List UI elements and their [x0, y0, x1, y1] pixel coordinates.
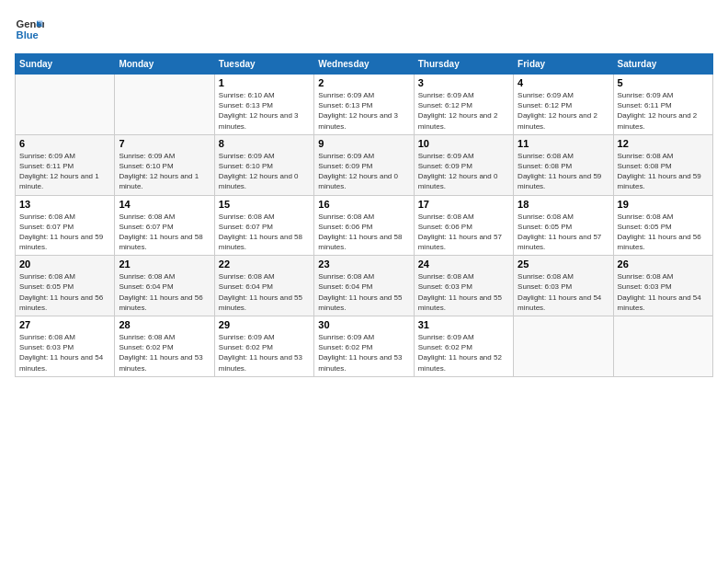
- day-info: Sunrise: 6:08 AM Sunset: 6:07 PM Dayligh…: [119, 212, 210, 253]
- day-info: Sunrise: 6:09 AM Sunset: 6:11 PM Dayligh…: [618, 90, 709, 132]
- calendar-cell: 5Sunrise: 6:09 AM Sunset: 6:11 PM Daylig…: [613, 75, 712, 135]
- calendar-cell: [16, 75, 115, 135]
- day-info: Sunrise: 6:08 AM Sunset: 6:05 PM Dayligh…: [618, 212, 709, 253]
- calendar-header-friday: Friday: [514, 54, 613, 75]
- day-info: Sunrise: 6:09 AM Sunset: 6:10 PM Dayligh…: [119, 151, 210, 192]
- day-info: Sunrise: 6:08 AM Sunset: 6:05 PM Dayligh…: [19, 271, 110, 313]
- calendar-week-row: 27Sunrise: 6:08 AM Sunset: 6:03 PM Dayli…: [16, 316, 713, 377]
- day-info: Sunrise: 6:08 AM Sunset: 6:08 PM Dayligh…: [518, 151, 609, 192]
- day-number: 30: [318, 319, 409, 330]
- calendar-cell: 15Sunrise: 6:08 AM Sunset: 6:07 PM Dayli…: [214, 195, 313, 256]
- day-info: Sunrise: 6:09 AM Sunset: 6:10 PM Dayligh…: [219, 151, 310, 192]
- day-number: 21: [119, 259, 210, 270]
- calendar-cell: 17Sunrise: 6:08 AM Sunset: 6:06 PM Dayli…: [414, 195, 513, 256]
- day-number: 22: [219, 259, 310, 270]
- logo: General Blue: [15, 15, 44, 44]
- day-number: 31: [418, 319, 509, 330]
- day-number: 14: [119, 199, 210, 210]
- calendar-header-thursday: Thursday: [414, 54, 513, 75]
- calendar-header-saturday: Saturday: [613, 54, 712, 75]
- calendar-week-row: 13Sunrise: 6:08 AM Sunset: 6:07 PM Dayli…: [16, 195, 713, 256]
- day-info: Sunrise: 6:08 AM Sunset: 6:03 PM Dayligh…: [618, 271, 709, 313]
- day-info: Sunrise: 6:09 AM Sunset: 6:02 PM Dayligh…: [219, 332, 310, 373]
- calendar-cell: 28Sunrise: 6:08 AM Sunset: 6:02 PM Dayli…: [115, 316, 214, 377]
- day-info: Sunrise: 6:08 AM Sunset: 6:04 PM Dayligh…: [219, 271, 310, 313]
- day-number: 4: [518, 77, 609, 88]
- day-info: Sunrise: 6:08 AM Sunset: 6:04 PM Dayligh…: [318, 271, 409, 313]
- day-info: Sunrise: 6:09 AM Sunset: 6:02 PM Dayligh…: [418, 332, 509, 373]
- calendar-cell: 10Sunrise: 6:09 AM Sunset: 6:09 PM Dayli…: [414, 134, 513, 195]
- header: General Blue: [15, 15, 713, 44]
- calendar-header-wednesday: Wednesday: [314, 54, 414, 75]
- calendar-week-row: 20Sunrise: 6:08 AM Sunset: 6:05 PM Dayli…: [16, 256, 713, 316]
- day-info: Sunrise: 6:08 AM Sunset: 6:06 PM Dayligh…: [318, 212, 409, 253]
- calendar-cell: 2Sunrise: 6:09 AM Sunset: 6:13 PM Daylig…: [314, 75, 414, 135]
- day-info: Sunrise: 6:09 AM Sunset: 6:12 PM Dayligh…: [518, 90, 609, 132]
- calendar-cell: 19Sunrise: 6:08 AM Sunset: 6:05 PM Dayli…: [613, 195, 712, 256]
- day-number: 23: [318, 259, 409, 270]
- day-number: 28: [119, 319, 210, 330]
- day-number: 3: [418, 77, 509, 88]
- calendar-cell: [115, 75, 214, 135]
- svg-text:Blue: Blue: [17, 29, 39, 40]
- day-number: 12: [618, 138, 709, 149]
- calendar-cell: 13Sunrise: 6:08 AM Sunset: 6:07 PM Dayli…: [16, 195, 115, 256]
- calendar-cell: 14Sunrise: 6:08 AM Sunset: 6:07 PM Dayli…: [115, 195, 214, 256]
- calendar-cell: 31Sunrise: 6:09 AM Sunset: 6:02 PM Dayli…: [414, 316, 513, 377]
- day-info: Sunrise: 6:09 AM Sunset: 6:09 PM Dayligh…: [418, 151, 509, 192]
- calendar-cell: 7Sunrise: 6:09 AM Sunset: 6:10 PM Daylig…: [115, 134, 214, 195]
- calendar-cell: 8Sunrise: 6:09 AM Sunset: 6:10 PM Daylig…: [214, 134, 313, 195]
- calendar-header-row: SundayMondayTuesdayWednesdayThursdayFrid…: [16, 54, 713, 75]
- day-number: 7: [119, 138, 210, 149]
- calendar-cell: 22Sunrise: 6:08 AM Sunset: 6:04 PM Dayli…: [214, 256, 313, 316]
- day-number: 25: [518, 259, 609, 270]
- calendar-cell: 1Sunrise: 6:10 AM Sunset: 6:13 PM Daylig…: [214, 75, 313, 135]
- day-number: 5: [618, 77, 709, 88]
- day-number: 26: [618, 259, 709, 270]
- day-number: 10: [418, 138, 509, 149]
- day-info: Sunrise: 6:09 AM Sunset: 6:02 PM Dayligh…: [318, 332, 409, 373]
- day-info: Sunrise: 6:08 AM Sunset: 6:02 PM Dayligh…: [119, 332, 210, 373]
- calendar-cell: 27Sunrise: 6:08 AM Sunset: 6:03 PM Dayli…: [16, 316, 115, 377]
- calendar-cell: 12Sunrise: 6:08 AM Sunset: 6:08 PM Dayli…: [613, 134, 712, 195]
- day-number: 27: [19, 319, 110, 330]
- day-info: Sunrise: 6:09 AM Sunset: 6:13 PM Dayligh…: [318, 90, 409, 132]
- calendar-cell: 18Sunrise: 6:08 AM Sunset: 6:05 PM Dayli…: [514, 195, 613, 256]
- day-info: Sunrise: 6:08 AM Sunset: 6:03 PM Dayligh…: [19, 332, 110, 373]
- calendar-cell: 23Sunrise: 6:08 AM Sunset: 6:04 PM Dayli…: [314, 256, 414, 316]
- day-number: 15: [219, 199, 310, 210]
- day-number: 6: [19, 138, 110, 149]
- day-number: 29: [219, 319, 310, 330]
- day-number: 2: [318, 77, 409, 88]
- calendar-cell: 4Sunrise: 6:09 AM Sunset: 6:12 PM Daylig…: [514, 75, 613, 135]
- calendar-cell: 26Sunrise: 6:08 AM Sunset: 6:03 PM Dayli…: [613, 256, 712, 316]
- calendar-table: SundayMondayTuesdayWednesdayThursdayFrid…: [15, 53, 713, 377]
- day-info: Sunrise: 6:10 AM Sunset: 6:13 PM Dayligh…: [219, 90, 310, 132]
- day-number: 13: [19, 199, 110, 210]
- day-number: 16: [318, 199, 409, 210]
- calendar-cell: [514, 316, 613, 377]
- day-number: 17: [418, 199, 509, 210]
- calendar-cell: 20Sunrise: 6:08 AM Sunset: 6:05 PM Dayli…: [16, 256, 115, 316]
- day-number: 18: [518, 199, 609, 210]
- calendar-cell: 16Sunrise: 6:08 AM Sunset: 6:06 PM Dayli…: [314, 195, 414, 256]
- calendar-week-row: 6Sunrise: 6:09 AM Sunset: 6:11 PM Daylig…: [16, 134, 713, 195]
- calendar-header-tuesday: Tuesday: [214, 54, 313, 75]
- day-info: Sunrise: 6:09 AM Sunset: 6:09 PM Dayligh…: [318, 151, 409, 192]
- day-number: 24: [418, 259, 509, 270]
- logo-icon: General Blue: [15, 15, 44, 44]
- day-number: 19: [618, 199, 709, 210]
- calendar-cell: 21Sunrise: 6:08 AM Sunset: 6:04 PM Dayli…: [115, 256, 214, 316]
- day-info: Sunrise: 6:08 AM Sunset: 6:06 PM Dayligh…: [418, 212, 509, 253]
- calendar-cell: 24Sunrise: 6:08 AM Sunset: 6:03 PM Dayli…: [414, 256, 513, 316]
- calendar-cell: 25Sunrise: 6:08 AM Sunset: 6:03 PM Dayli…: [514, 256, 613, 316]
- day-info: Sunrise: 6:09 AM Sunset: 6:11 PM Dayligh…: [19, 151, 110, 192]
- day-info: Sunrise: 6:09 AM Sunset: 6:12 PM Dayligh…: [418, 90, 509, 132]
- day-info: Sunrise: 6:08 AM Sunset: 6:05 PM Dayligh…: [518, 212, 609, 253]
- calendar-week-row: 1Sunrise: 6:10 AM Sunset: 6:13 PM Daylig…: [16, 75, 713, 135]
- day-info: Sunrise: 6:08 AM Sunset: 6:07 PM Dayligh…: [19, 212, 110, 253]
- calendar-cell: 29Sunrise: 6:09 AM Sunset: 6:02 PM Dayli…: [214, 316, 313, 377]
- calendar-cell: 3Sunrise: 6:09 AM Sunset: 6:12 PM Daylig…: [414, 75, 513, 135]
- day-info: Sunrise: 6:08 AM Sunset: 6:04 PM Dayligh…: [119, 271, 210, 313]
- day-number: 8: [219, 138, 310, 149]
